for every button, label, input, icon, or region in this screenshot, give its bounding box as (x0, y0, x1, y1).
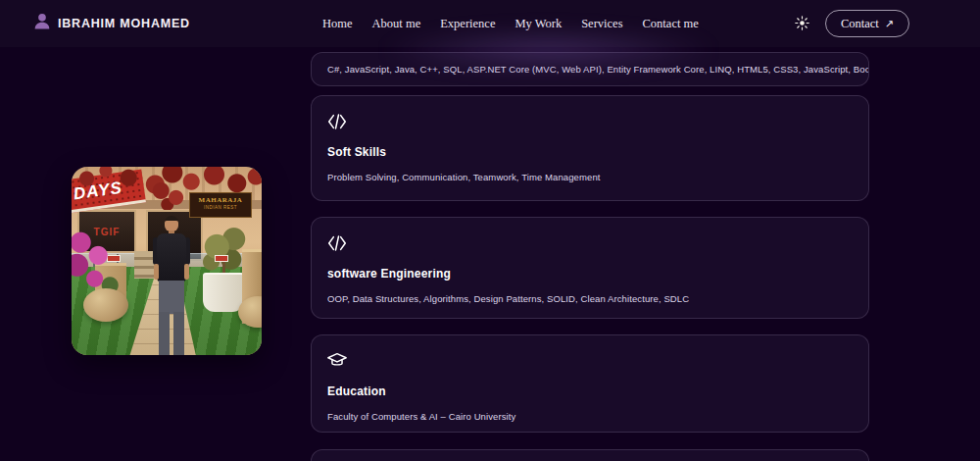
profile-photo: TGIF MAHARAJA INDIAN REST DAYS (72, 167, 262, 355)
brand-name: IBRAHIM MOHAMED (58, 17, 190, 30)
nav-item-experience[interactable]: Experience (440, 17, 495, 31)
nav-item-about[interactable]: About me (372, 17, 421, 31)
nav-item-contact-me[interactable]: Contact me (643, 17, 699, 31)
card-next-partial (311, 449, 869, 461)
photo-boulder-left (83, 288, 128, 322)
card-title: software Engineering (327, 267, 451, 281)
card-title: Education (327, 384, 386, 398)
card-software-engineering: software Engineering OOP, Data Structure… (311, 217, 869, 319)
nav-item-my-work[interactable]: My Work (514, 17, 562, 31)
avatar-icon (32, 12, 52, 35)
red-flowers-hanging (148, 182, 191, 210)
person-hand (154, 264, 159, 280)
card-body: Problem Solving, Communication, Teamwork… (327, 172, 857, 182)
card-body: OOP, Data Structures, Algorithms, Design… (327, 293, 857, 304)
photo-planter-white (203, 273, 244, 312)
card-soft-skills: Soft Skills Problem Solving, Communicati… (311, 95, 869, 201)
contact-button-label: Contact (841, 17, 879, 31)
nav-item-services[interactable]: Services (581, 17, 622, 31)
photo-mini-sign (215, 255, 228, 262)
graduation-cap-icon (326, 350, 348, 372)
photo-person (150, 216, 193, 355)
portfolio-page: IBRAHIM MOHAMED Home About me Experience… (0, 0, 980, 461)
card-body: Faculty of Computers & AI – Cairo Univer… (327, 411, 857, 422)
header: IBRAHIM MOHAMED Home About me Experience… (0, 0, 980, 47)
main-nav: Home About me Experience My Work Service… (322, 0, 699, 47)
maharaja-sign-line2: INDIAN REST (190, 205, 251, 210)
theme-toggle-button[interactable] (791, 14, 812, 35)
sun-icon (794, 15, 810, 34)
code-icon (326, 111, 348, 132)
card-title: Soft Skills (327, 145, 386, 159)
person-shirt (157, 233, 186, 282)
person-hand (184, 264, 189, 280)
card-technical-skills-partial: C#, JavaScript, Java, C++, SQL, ASP.NET … (311, 52, 869, 86)
pink-bougainvillea (72, 230, 121, 294)
contact-button[interactable]: Contact ↗ (825, 10, 909, 37)
person-leg (159, 312, 170, 355)
code-icon (326, 232, 348, 254)
arrow-up-right-icon: ↗ (885, 19, 894, 29)
person-leg (173, 312, 184, 355)
nav-item-home[interactable]: Home (322, 17, 353, 31)
brand[interactable]: IBRAHIM MOHAMED (32, 0, 190, 47)
card-education: Education Faculty of Computers & AI – Ca… (311, 334, 869, 433)
person-pants (159, 281, 184, 314)
card-body: C#, JavaScript, Java, C++, SQL, ASP.NET … (312, 53, 868, 85)
